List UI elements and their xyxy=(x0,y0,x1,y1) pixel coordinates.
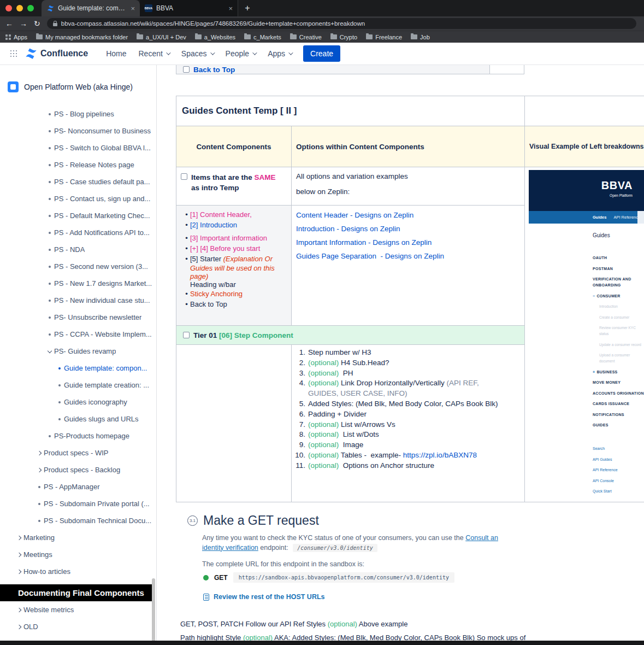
sidebar-item[interactable]: PS-Products homepage xyxy=(0,427,156,444)
task-checkbox[interactable] xyxy=(183,332,190,338)
review-host-urls-link[interactable]: Review the rest of the HOST URLs xyxy=(203,593,325,601)
sidebar-item[interactable]: PS - NDA xyxy=(0,241,156,258)
back-to-top-link[interactable]: Back to Top xyxy=(193,66,235,74)
sidebar-item[interactable]: Marketing xyxy=(0,529,156,546)
sidebar-section-banner[interactable]: Documenting Final Components xyxy=(0,584,153,601)
sidebar-scrollbar[interactable] xyxy=(152,578,155,645)
example-section[interactable]: GUIDES xyxy=(593,422,644,428)
managed-bookmarks-folder[interactable]: My managed bookmarks folder xyxy=(36,34,128,40)
nav-item-apps[interactable]: Apps xyxy=(262,43,298,64)
sidebar-item[interactable]: PS - Switch to Global BBVA l... xyxy=(0,139,156,156)
sidebar-item[interactable]: PS- Nonconsumer to Business xyxy=(0,122,156,139)
example-subitem[interactable]: Create a consumer xyxy=(593,314,644,320)
sidebar-item[interactable]: PS - Blog pipelines xyxy=(0,105,156,122)
bookmark-folder[interactable]: Freelance xyxy=(366,34,402,40)
example-section[interactable]: CARDS ISSUANCE xyxy=(593,401,644,407)
example-link[interactable]: Release Notes xyxy=(593,499,644,501)
browser-tab[interactable]: Guide template: components b× xyxy=(42,0,140,16)
zeplin-link[interactable]: Introduction - Designs on Zeplin xyxy=(296,222,520,236)
reload-button[interactable]: ↻ xyxy=(34,20,40,27)
sidebar-item[interactable]: PS- Unsubscribe newsletter xyxy=(0,309,156,326)
sidebar-item[interactable]: Guides iconography xyxy=(0,394,156,411)
browser-tab[interactable]: BBVABBVA× xyxy=(140,0,238,16)
bookmark-folder[interactable]: Job xyxy=(411,34,430,40)
address-bar[interactable]: bbva-compass.atlassian.net/wiki/spaces/H… xyxy=(47,18,636,29)
sidebar-item[interactable]: OLD xyxy=(0,618,156,635)
example-subitem[interactable]: Review consumer KYC status xyxy=(593,325,644,337)
sidebar-item[interactable]: PS - CCPA - Website Implem... xyxy=(0,326,156,343)
zeplin-link[interactable]: Important Information - Designs on Zepli… xyxy=(296,236,520,249)
back-button[interactable]: ← xyxy=(5,20,13,27)
nav-item-people[interactable]: People xyxy=(220,43,262,64)
sidebar-item[interactable]: PS - Add Notifications API to... xyxy=(0,224,156,241)
step-text: Step number w/ H3 xyxy=(308,348,371,358)
sidebar-item[interactable]: Website metrics xyxy=(0,601,156,618)
bookmark-folder[interactable]: a_UX/UI + Dev xyxy=(137,34,186,40)
sidebar-item[interactable]: PS - AppManager xyxy=(0,478,156,495)
bbva-tab-api-reference[interactable]: API Reference xyxy=(613,215,640,220)
window-zoom-button[interactable] xyxy=(27,5,34,11)
example-section[interactable]: OAUTH xyxy=(593,255,644,261)
sidebar-item[interactable]: Product specs - Backlog xyxy=(0,461,156,478)
example-section[interactable]: ACCOUNTS ORIGINATION xyxy=(593,390,644,396)
tab-close-icon[interactable]: × xyxy=(228,5,233,12)
example-subitem[interactable]: Introduction xyxy=(593,303,644,309)
sidebar-item[interactable]: PS - New individual case stu... xyxy=(0,292,156,309)
example-link[interactable]: API Reference xyxy=(593,467,644,473)
nav-item-home[interactable]: Home xyxy=(100,43,132,64)
sidebar-item[interactable]: PS - Release Notes page xyxy=(0,156,156,173)
window-minimize-button[interactable] xyxy=(16,5,23,11)
example-link[interactable]: API Guides xyxy=(593,456,644,462)
sidebar-item[interactable]: PS - Subdomain Private portal (... xyxy=(0,495,156,512)
bookmark-folder[interactable]: Crypto xyxy=(330,34,357,40)
example-link[interactable]: Quick Start xyxy=(593,488,644,494)
sidebar-item[interactable]: Product specs - WIP xyxy=(0,444,156,461)
space-header[interactable]: Open Platform Web (aka Hinge) xyxy=(0,65,156,105)
sidebar-item[interactable]: How-to articles xyxy=(0,563,156,580)
example-link[interactable]: API Console xyxy=(593,478,644,484)
confluence-logo[interactable]: Confluence xyxy=(25,48,88,60)
example-section[interactable]: +BUSINESS xyxy=(593,369,644,375)
window-close-button[interactable] xyxy=(5,5,12,11)
create-button[interactable]: Create xyxy=(303,45,340,62)
apps-label: Apps xyxy=(14,34,27,40)
sidebar-item[interactable]: PS - Contact us, sign up and... xyxy=(0,190,156,207)
nav-item-recent[interactable]: Recent xyxy=(132,43,175,64)
sidebar-item[interactable]: Guides slugs and URLs xyxy=(0,411,156,427)
forward-button[interactable]: → xyxy=(20,20,27,27)
app-switcher-icon[interactable] xyxy=(8,48,20,60)
example-section[interactable]: NOTIFICATIONS xyxy=(593,412,644,418)
bullet-icon: • xyxy=(183,289,190,299)
example-link[interactable]: Search xyxy=(593,445,644,452)
example-section[interactable]: −CONSUMER xyxy=(593,293,644,299)
sidebar-item[interactable]: PS - New 1.7 designs Market... xyxy=(0,275,156,292)
example-subitem[interactable]: Upload a consumer document xyxy=(593,352,644,364)
bookmark-folder[interactable]: c_Markets xyxy=(244,34,281,40)
task-checkbox[interactable] xyxy=(183,66,190,73)
nav-item-spaces[interactable]: Spaces xyxy=(175,43,220,64)
sidebar-item[interactable]: PS - Subdomain Technical Docu... xyxy=(0,512,156,529)
bbva-tab-guides[interactable]: Guides xyxy=(593,215,606,220)
sidebar-item[interactable]: PS - Case studies default pa... xyxy=(0,173,156,190)
zeplin-link[interactable]: Content Header - Designs on Zeplin xyxy=(296,208,520,222)
same-items-cell: Items that are the SAME as intro Temp xyxy=(176,167,292,206)
task-checkbox[interactable] xyxy=(181,173,187,180)
sidebar-item[interactable]: Meetings xyxy=(0,546,156,563)
new-tab-button[interactable]: + xyxy=(240,1,255,15)
example-section[interactable]: VERIFICATION AND ONBOARDING xyxy=(593,276,644,288)
example-section[interactable]: POSTMAN xyxy=(593,266,644,272)
bookmark-folder[interactable]: Creative xyxy=(290,34,322,40)
sidebar-item[interactable]: PS - Second new version (3... xyxy=(0,258,156,275)
zeplin-link[interactable]: Guides Page Separation - Designs on Zepl… xyxy=(296,249,520,263)
sidebar-item[interactable]: PS- Guides revamp xyxy=(0,343,156,360)
sidebar-item[interactable]: PS - Default Marketing Chec... xyxy=(0,207,156,224)
tab-close-icon[interactable]: × xyxy=(131,5,135,12)
apps-shortcut[interactable]: Apps xyxy=(5,34,27,40)
example-section[interactable]: MOVE MONEY xyxy=(593,379,644,385)
bbva-search-box[interactable] xyxy=(637,211,644,224)
sidebar-item[interactable]: Guide template: compon... xyxy=(0,360,156,377)
sandbox-url[interactable]: https://sandbox-apis.bbvaopenplatform.co… xyxy=(233,572,454,583)
bookmark-folder[interactable]: a_Websites xyxy=(195,34,235,40)
example-subitem[interactable]: Update a consumer record xyxy=(593,342,644,348)
sidebar-item[interactable]: Guide template creation: ... xyxy=(0,377,156,394)
